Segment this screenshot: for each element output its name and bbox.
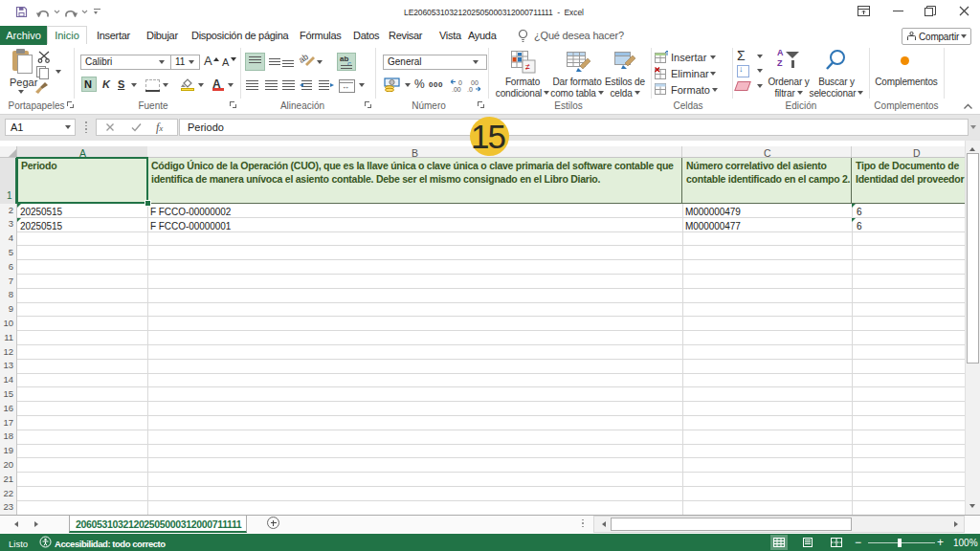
svg-text:,0: ,0 xyxy=(467,86,473,93)
svg-text:0: 0 xyxy=(458,79,462,86)
svg-text:,00: ,00 xyxy=(452,86,461,93)
svg-text:00: 00 xyxy=(471,79,479,86)
svg-text:≠: ≠ xyxy=(525,62,530,72)
